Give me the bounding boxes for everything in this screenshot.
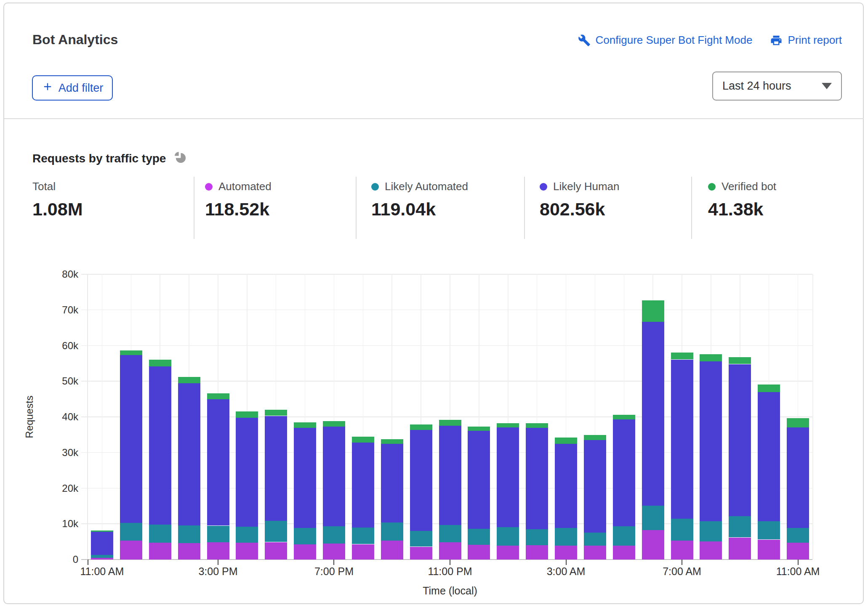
bar-segment-likely-human[interactable] — [91, 532, 113, 555]
bar-segment-verified-bot[interactable] — [729, 357, 751, 364]
bar-segment-likely-automated[interactable] — [613, 526, 635, 546]
bar-segment-likely-automated[interactable] — [149, 525, 171, 543]
configure-super-bot-fight-mode-link[interactable]: Configure Super Bot Fight Mode — [578, 34, 753, 47]
bar-segment-likely-human[interactable] — [758, 392, 780, 522]
bar-segment-verified-bot[interactable] — [178, 377, 200, 383]
bar-segment-verified-bot[interactable] — [323, 421, 345, 427]
bar-segment-likely-automated[interactable] — [410, 531, 432, 546]
bar-segment-verified-bot[interactable] — [265, 410, 287, 416]
bar-segment-likely-automated[interactable] — [642, 506, 664, 530]
bar-segment-automated[interactable] — [149, 543, 171, 560]
bar-segment-verified-bot[interactable] — [526, 423, 548, 428]
bar-segment-verified-bot[interactable] — [91, 530, 113, 532]
bar-segment-likely-automated[interactable] — [584, 533, 606, 546]
bar-segment-likely-automated[interactable] — [120, 523, 142, 541]
bar-segment-automated[interactable] — [207, 542, 229, 560]
bar-segment-likely-human[interactable] — [497, 427, 519, 527]
bar-segment-likely-automated[interactable] — [294, 528, 316, 545]
bar-segment-automated[interactable] — [555, 546, 577, 560]
bar-segment-verified-bot[interactable] — [613, 415, 635, 419]
bar-segment-likely-human[interactable] — [236, 418, 258, 527]
bar-segment-likely-automated[interactable] — [381, 522, 403, 541]
bar-segment-likely-human[interactable] — [410, 430, 432, 531]
bar-segment-likely-human[interactable] — [584, 440, 606, 533]
bar-segment-automated[interactable] — [787, 543, 809, 560]
bar-segment-likely-automated[interactable] — [729, 516, 751, 538]
bar-segment-likely-automated[interactable] — [439, 525, 461, 543]
bar-segment-verified-bot[interactable] — [207, 393, 229, 399]
bar-segment-likely-human[interactable] — [642, 322, 664, 506]
bar-segment-likely-human[interactable] — [468, 431, 490, 529]
bar-segment-likely-automated[interactable] — [700, 521, 722, 541]
bar-segment-likely-automated[interactable] — [468, 529, 490, 545]
bar-segment-likely-automated[interactable] — [497, 527, 519, 546]
bar-segment-automated[interactable] — [439, 542, 461, 560]
bar-segment-likely-human[interactable] — [265, 416, 287, 521]
bar-segment-automated[interactable] — [294, 544, 316, 560]
bar-segment-likely-automated[interactable] — [91, 555, 113, 558]
bar-segment-likely-human[interactable] — [700, 361, 722, 522]
bar-segment-likely-human[interactable] — [323, 427, 345, 526]
bar-segment-likely-automated[interactable] — [178, 525, 200, 543]
bar-segment-automated[interactable] — [729, 538, 751, 560]
bar-segment-likely-automated[interactable] — [671, 519, 693, 541]
bar-segment-likely-automated[interactable] — [758, 521, 780, 539]
bar-segment-automated[interactable] — [178, 543, 200, 560]
bar-segment-automated[interactable] — [91, 558, 113, 560]
bar-segment-verified-bot[interactable] — [352, 437, 374, 443]
bar-segment-automated[interactable] — [758, 540, 780, 560]
bar-segment-likely-human[interactable] — [381, 444, 403, 522]
bar-segment-verified-bot[interactable] — [294, 422, 316, 428]
bar-segment-automated[interactable] — [236, 543, 258, 560]
bar-segment-likely-human[interactable] — [294, 428, 316, 528]
bar-segment-verified-bot[interactable] — [236, 411, 258, 417]
add-filter-button[interactable]: Add filter — [32, 75, 113, 101]
bar-segment-automated[interactable] — [468, 545, 490, 560]
bar-segment-likely-human[interactable] — [207, 399, 229, 526]
bar-segment-verified-bot[interactable] — [555, 438, 577, 444]
bar-segment-automated[interactable] — [381, 541, 403, 560]
print-report-link[interactable]: Print report — [770, 34, 842, 47]
bar-segment-likely-automated[interactable] — [352, 528, 374, 544]
bar-segment-automated[interactable] — [584, 546, 606, 560]
bar-segment-verified-bot[interactable] — [468, 427, 490, 431]
bar-segment-likely-automated[interactable] — [555, 528, 577, 546]
bar-segment-likely-human[interactable] — [729, 364, 751, 516]
bar-segment-likely-automated[interactable] — [265, 521, 287, 542]
bar-segment-likely-automated[interactable] — [323, 526, 345, 544]
bar-segment-verified-bot[interactable] — [758, 385, 780, 392]
bar-segment-automated[interactable] — [700, 541, 722, 560]
bar-segment-verified-bot[interactable] — [642, 300, 664, 322]
bar-segment-verified-bot[interactable] — [671, 353, 693, 360]
bar-segment-automated[interactable] — [352, 544, 374, 560]
bar-segment-verified-bot[interactable] — [149, 360, 171, 366]
bar-segment-automated[interactable] — [265, 542, 287, 560]
bar-segment-verified-bot[interactable] — [410, 424, 432, 430]
bar-segment-verified-bot[interactable] — [381, 439, 403, 444]
bar-segment-likely-human[interactable] — [439, 426, 461, 525]
bar-segment-likely-automated[interactable] — [787, 528, 809, 543]
bar-segment-likely-human[interactable] — [149, 366, 171, 525]
bar-segment-likely-human[interactable] — [120, 355, 142, 522]
bar-segment-likely-automated[interactable] — [207, 526, 229, 543]
bar-segment-likely-human[interactable] — [555, 444, 577, 528]
bar-segment-likely-automated[interactable] — [526, 529, 548, 545]
bar-segment-likely-human[interactable] — [787, 427, 809, 528]
bar-segment-verified-bot[interactable] — [120, 350, 142, 355]
time-range-dropdown[interactable]: Last 24 hours — [712, 72, 842, 101]
bar-segment-automated[interactable] — [613, 546, 635, 560]
bar-segment-verified-bot[interactable] — [787, 418, 809, 427]
bar-segment-automated[interactable] — [526, 545, 548, 560]
bar-segment-automated[interactable] — [120, 541, 142, 560]
bar-segment-likely-human[interactable] — [671, 360, 693, 519]
bar-segment-likely-human[interactable] — [352, 443, 374, 528]
bar-segment-automated[interactable] — [671, 541, 693, 560]
bar-segment-verified-bot[interactable] — [497, 423, 519, 427]
bar-segment-likely-human[interactable] — [613, 419, 635, 526]
bar-segment-automated[interactable] — [497, 546, 519, 560]
bar-segment-automated[interactable] — [642, 530, 664, 560]
bar-segment-verified-bot[interactable] — [439, 420, 461, 426]
bar-segment-automated[interactable] — [410, 547, 432, 560]
bar-segment-verified-bot[interactable] — [700, 354, 722, 361]
bar-segment-automated[interactable] — [323, 544, 345, 560]
